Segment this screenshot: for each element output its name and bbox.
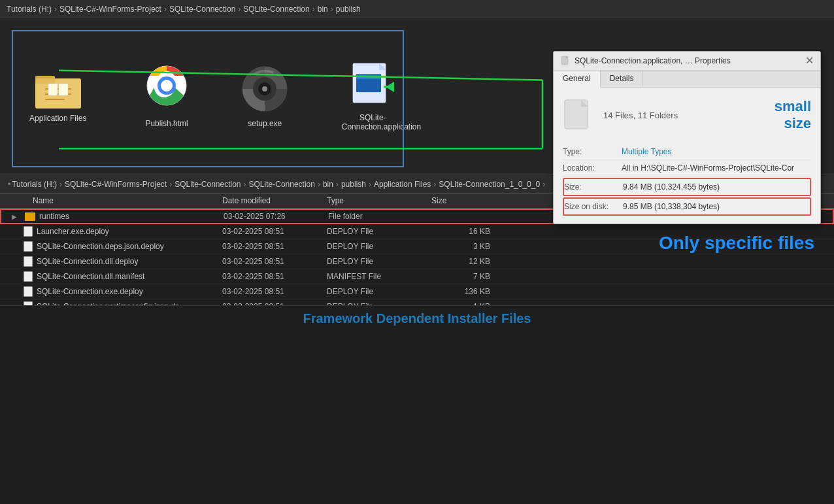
folder-small-icon (25, 212, 35, 221)
breadcrumb-item[interactable]: Tutorials (H:) (7, 5, 52, 14)
svg-rect-22 (384, 86, 394, 88)
file-doc-icon (24, 271, 33, 282)
file-date-launcher: 03-02-2025 08:51 (222, 227, 327, 236)
breadcrumb-sep: › (238, 5, 241, 14)
file-doc-icon (24, 226, 33, 237)
prop-size-disk-label: Size on disk: (564, 202, 623, 211)
col-header-size: Size (431, 196, 497, 205)
file-row-name-manifest: SQLite-Connection.dll.manifest (0, 271, 222, 282)
file-row-name-launcher: Launcher.exe.deploy (0, 226, 222, 237)
file-type-exe-deploy: DEPLOY File (327, 287, 431, 296)
file-size-dll-deploy: 12 KB (431, 257, 497, 266)
file-row-exe-deploy[interactable]: SQLite-Connection.exe.deploy 03-02-2025 … (0, 284, 834, 299)
file-date-manifest: 03-02-2025 08:51 (222, 272, 327, 281)
svg-rect-20 (356, 74, 381, 79)
small-size-label: small size (775, 98, 811, 132)
breadcrumb-item[interactable]: publish (336, 5, 361, 14)
file-date-runtimes: 03-02-2025 07:26 (224, 212, 328, 221)
file-row-name-dll-deploy: SQLite-Connection.dll.deploy (0, 256, 222, 267)
prop-size-disk-value: 9.85 MB (10,338,304 bytes) (623, 202, 810, 211)
tab-general[interactable]: General (554, 71, 601, 88)
file-type-deps: DEPLOY File (327, 242, 431, 251)
file-name-manifest: SQLite-Connection.dll.manifest (37, 272, 144, 281)
file-type-manifest: MANIFEST File (327, 272, 431, 281)
breadcrumb-item[interactable]: SQLite-Connection (243, 5, 309, 14)
file-size-deps: 3 KB (431, 242, 497, 251)
file-name-deps: SQLite-Connection.deps.json.deploy (37, 242, 164, 251)
bb-item-5[interactable]: publish (341, 180, 366, 189)
file-label-sqlite-app: SQLite-Connection.application (342, 113, 404, 131)
svg-rect-27 (565, 100, 588, 129)
bb-item-4[interactable]: bin (323, 180, 333, 189)
prop-size-value: 9.84 MB (10,324,455 bytes) (623, 182, 810, 192)
file-icon-publish-html[interactable]: Publish.html (142, 61, 191, 131)
svg-rect-7 (59, 84, 68, 95)
tree-expand-icon[interactable]: ▶ (8, 213, 21, 220)
file-preview-row: 14 Files, 11 Folders small size (563, 94, 811, 136)
prop-type-value: Multiple Types (622, 147, 811, 156)
col-header-name: Name (0, 196, 222, 205)
file-name-launcher: Launcher.exe.deploy (37, 227, 109, 236)
properties-tabs: General Details (554, 71, 820, 88)
file-preview-icon (563, 99, 595, 131)
top-file-area: Application Files Publish.html (0, 18, 834, 175)
prop-type-label: Type: (563, 147, 622, 156)
bb-item-6[interactable]: Application Files (374, 180, 431, 189)
properties-panel: SQLite-Connection.application, … Propert… (553, 51, 821, 224)
breadcrumb-item[interactable]: SQLite-Connection (169, 5, 235, 14)
col-header-type: Type (327, 196, 431, 205)
file-doc-icon (24, 241, 33, 252)
bottom-footer: Framework Dependent Installer Files (0, 305, 834, 331)
prop-size-row: Size: 9.84 MB (10,324,455 bytes) (563, 178, 811, 196)
breadcrumb-item[interactable]: SQLite-C#-WinForms-Project (59, 5, 161, 14)
prop-location-row: Location: All in H:\SQLite-C#-WinForms-P… (563, 160, 811, 176)
folder-icon (35, 71, 81, 109)
breadcrumb-item[interactable]: bin (318, 5, 328, 14)
properties-title-bar: SQLite-Connection.application, … Propert… (554, 52, 820, 71)
bb-item-3[interactable]: SQLite-Connection (249, 180, 315, 189)
file-label-application-files: Application Files (29, 114, 86, 123)
file-row-name-runtimes: ▶ runtimes (1, 212, 224, 221)
svg-point-14 (262, 86, 267, 92)
properties-body: 14 Files, 11 Folders small size Type: Mu… (554, 88, 820, 224)
file-type-runtimes: File folder (328, 212, 433, 221)
file-doc-icon (24, 286, 33, 297)
file-name-dll-deploy: SQLite-Connection.dll.deploy (37, 257, 138, 266)
footer-title: Framework Dependent Installer Files (303, 311, 531, 326)
file-icon-setup-exe[interactable]: setup.exe (237, 61, 293, 131)
file-row-manifest[interactable]: SQLite-Connection.dll.manifest 03-02-202… (0, 269, 834, 284)
file-icon-sqlite-app[interactable]: SQLite-Connection.application (339, 59, 407, 135)
file-doc-icon (24, 256, 33, 267)
file-row-name-deps: SQLite-Connection.deps.json.deploy (0, 241, 222, 252)
file-date-exe-deploy: 03-02-2025 08:51 (222, 287, 327, 296)
top-breadcrumb: Tutorials (H:) › SQLite-C#-WinForms-Proj… (0, 0, 834, 18)
prop-location-value: All in H:\SQLite-C#-WinForms-Project\SQL… (622, 163, 811, 173)
prop-size-disk-row: Size on disk: 9.85 MB (10,338,304 bytes) (563, 197, 811, 216)
only-specific-files-label: Only specific files (659, 233, 814, 254)
file-date-deps: 03-02-2025 08:51 (222, 242, 327, 251)
document-icon (560, 56, 571, 66)
file-size-manifest: 7 KB (431, 272, 497, 281)
tab-details[interactable]: Details (601, 71, 644, 87)
file-size-exe-deploy: 136 KB (431, 287, 497, 296)
file-row-dll-deploy[interactable]: SQLite-Connection.dll.deploy 03-02-2025 … (0, 254, 834, 269)
file-type-dll-deploy: DEPLOY File (327, 257, 431, 266)
bb-item-0[interactable]: Tutorials (H:) (12, 180, 57, 189)
prop-location-label: Location: (563, 163, 622, 173)
chrome-icon (146, 65, 188, 114)
file-size-launcher: 16 KB (431, 227, 497, 236)
bb-item-7[interactable]: SQLite-Connection_1_0_0_0 (439, 180, 540, 189)
breadcrumb-sep: › (312, 5, 315, 14)
app-icon (350, 62, 395, 108)
svg-point-10 (161, 80, 173, 92)
bb-item-1[interactable]: SQLite-C#-WinForms-Project (65, 180, 167, 189)
file-row-name-exe-deploy: SQLite-Connection.exe.deploy (0, 286, 222, 297)
col-header-date: Date modified (222, 196, 327, 205)
bb-item-2[interactable]: SQLite-Connection (175, 180, 241, 189)
close-button[interactable]: ✕ (805, 56, 814, 66)
properties-title-text: SQLite-Connection.application, … Propert… (575, 56, 731, 65)
disc-icon (241, 65, 290, 114)
prop-type-row: Type: Multiple Types (563, 144, 811, 160)
file-label-publish-html: Publish.html (145, 119, 188, 128)
file-icon-application-files[interactable]: Application Files (26, 67, 90, 126)
